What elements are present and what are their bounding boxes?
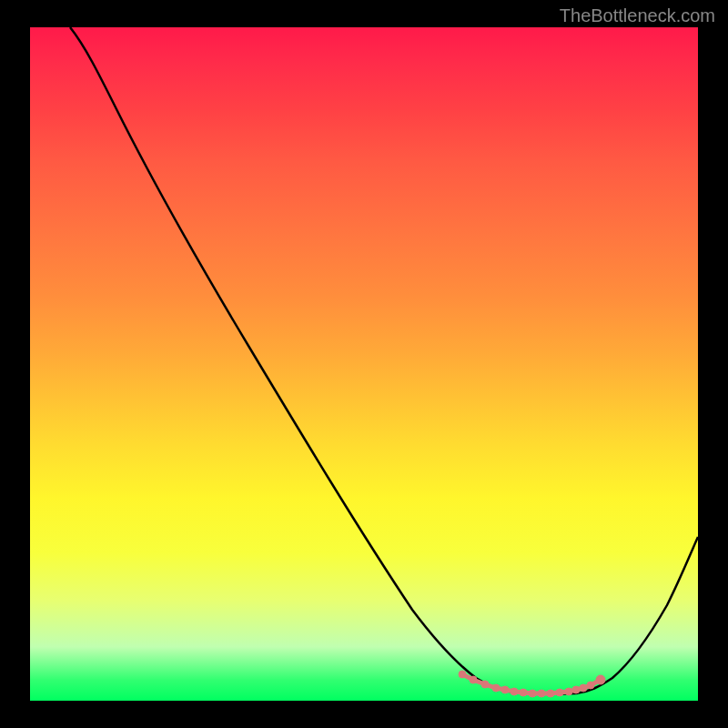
attribution-text: TheBottleneck.com (560, 5, 715, 26)
plot-area (30, 27, 698, 701)
bottleneck-curve (70, 27, 698, 694)
chart-svg (30, 27, 698, 701)
